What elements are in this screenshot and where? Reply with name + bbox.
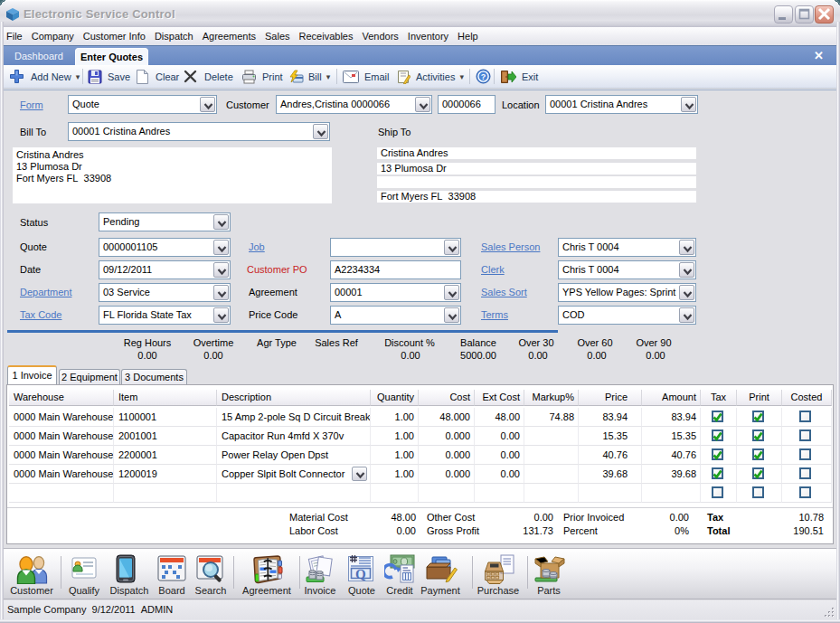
svg-text:?: ?	[481, 72, 486, 81]
svg-text:Q: Q	[355, 567, 366, 581]
